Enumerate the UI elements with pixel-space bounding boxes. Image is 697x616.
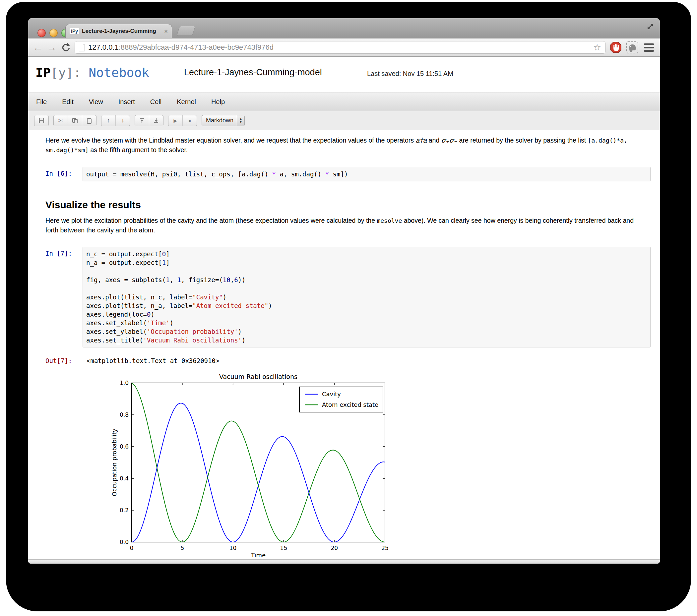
inline-math: a†a: [415, 136, 427, 144]
insert-cell-above-button[interactable]: [135, 115, 149, 126]
y-tick-label: 0.8: [120, 411, 129, 418]
tab-title: Lecture-1-Jaynes-Cumming: [82, 28, 162, 34]
window-bottom-edge: [28, 559, 660, 564]
logo-notebook: Notebook: [89, 65, 149, 80]
output-prompt-7: Out[7]:: [45, 354, 83, 364]
legend-label: Cavity: [322, 391, 341, 397]
address-bar[interactable]: 127.0.0.1 :8889/29abfcaa-d974-4713-a0ee-…: [75, 41, 606, 54]
close-window-button[interactable]: [38, 29, 46, 37]
play-icon: ▶: [174, 118, 177, 123]
x-tick-label: 0: [130, 545, 134, 551]
y-tick-label: 0.6: [120, 443, 129, 450]
move-cell-down-button[interactable]: ↓: [116, 115, 130, 126]
code-cell-6: In [6]: output = mesolve(H, psi0, tlist,…: [45, 167, 651, 181]
x-axis-label: Time: [251, 552, 266, 559]
bookmark-star-icon[interactable]: ☆: [593, 43, 601, 52]
new-tab-button[interactable]: [176, 26, 196, 36]
y-tick-label: 0.4: [120, 475, 129, 482]
code-line: axes.plot(tlist, n_a, label="Atom excite…: [86, 301, 647, 310]
arrow-to-top-icon: [139, 118, 145, 124]
insert-cell-below-button[interactable]: [149, 115, 163, 126]
fullscreen-icon[interactable]: [646, 22, 655, 32]
interrupt-kernel-button[interactable]: ■: [183, 115, 197, 126]
y-tick-label: 0.0: [120, 539, 129, 545]
ipython-logo[interactable]: IP[y]: Notebook: [35, 65, 149, 80]
save-icon: [38, 117, 45, 124]
y-tick-label: 0.2: [120, 507, 129, 513]
back-icon[interactable]: ←: [33, 42, 43, 52]
menu-cell[interactable]: Cell: [150, 98, 162, 106]
code-input-6[interactable]: output = mesolve(H, psi0, tlist, c_ops, …: [83, 167, 651, 181]
paste-cell-button[interactable]: [82, 115, 96, 126]
matplotlib-figure: Vacuum Rabi oscillations05101520250.00.2…: [111, 373, 660, 559]
text-run: Here we plot the excitation probabilitie…: [45, 217, 377, 224]
code-line: axes.legend(loc=0): [86, 310, 647, 319]
code-line: n_a = output.expect[1]: [86, 258, 647, 267]
vacuum-rabi-chart: Vacuum Rabi oscillations05101520250.00.2…: [111, 373, 390, 559]
text-run: and: [427, 137, 441, 144]
legend-box: [299, 387, 383, 412]
menu-insert[interactable]: Insert: [118, 98, 135, 106]
forward-icon[interactable]: →: [47, 42, 57, 52]
chart-title: Vacuum Rabi oscillations: [219, 373, 297, 380]
menu-edit[interactable]: Edit: [62, 98, 73, 106]
y-tick-label: 1.0: [120, 380, 129, 386]
x-tick-label: 10: [229, 545, 237, 551]
last-saved-status: Last saved: Nov 15 11:51 AM: [367, 70, 453, 78]
markdown-paragraph-1: Here we evolve the system with the Lindb…: [45, 136, 648, 155]
browser-navbar: ← → 127.0.0.1 :8889/29abfcaa-d974-4713-a…: [28, 39, 660, 57]
menu-kernel[interactable]: Kernel: [177, 98, 196, 106]
stop-icon: ■: [189, 119, 191, 123]
stop-hand-extension-icon[interactable]: [609, 41, 622, 54]
move-cell-up-button[interactable]: ↑: [102, 115, 116, 126]
ipython-favicon-icon: IPy: [70, 28, 79, 34]
run-cell-button[interactable]: ▶: [168, 115, 183, 126]
evernote-clipper-icon[interactable]: [626, 41, 639, 54]
input-prompt-6: In [6]:: [45, 167, 83, 177]
menu-file[interactable]: File: [36, 98, 47, 106]
browser-window: IPy Lecture-1-Jaynes-Cumming × ← → 127.0…: [28, 18, 660, 564]
cell-type-select[interactable]: Markdown ▲▼: [202, 115, 245, 126]
browser-menu-icon[interactable]: [643, 41, 655, 54]
output-text-7: <matplotlib.text.Text at 0x3620910>: [83, 354, 219, 364]
menu-bar: FileEditViewInsertCellKernelHelp: [28, 93, 660, 111]
x-tick-label: 5: [180, 545, 184, 551]
cut-cell-button[interactable]: ✂: [54, 115, 68, 126]
code-line: output = mesolve(H, psi0, tlist, c_ops, …: [86, 170, 647, 178]
inline-math: σ₊σ₋: [441, 136, 457, 144]
browser-tab[interactable]: IPy Lecture-1-Jaynes-Cumming ×: [65, 24, 172, 38]
minimize-window-button[interactable]: [49, 29, 58, 37]
menu-help[interactable]: Help: [211, 98, 225, 106]
code-line: axes.set_title('Vacuum Rabi oscillations…: [86, 336, 647, 344]
notebook-header: IP[y]: Notebook Lecture-1-Jaynes-Cumming…: [28, 57, 660, 93]
x-tick-label: 20: [330, 545, 338, 551]
input-prompt-7: In [7]:: [45, 247, 83, 257]
code-line: n_c = output.expect[0]: [86, 250, 647, 258]
y-axis-label: Occupation probability: [111, 429, 118, 496]
scissors-icon: ✂: [58, 117, 63, 124]
close-tab-icon[interactable]: ×: [164, 28, 168, 34]
url-path: :8889/29abfcaa-d974-4713-a0ee-bc9e743f97…: [119, 43, 273, 52]
copy-cell-button[interactable]: [68, 115, 82, 126]
reload-icon[interactable]: [61, 42, 71, 53]
section-heading: Visualize the results: [45, 199, 660, 211]
notebook-title[interactable]: Lecture-1-Jaynes-Cumming-model: [184, 67, 322, 78]
save-button[interactable]: [34, 115, 48, 126]
output-cell-7: Out[7]: <matplotlib.text.Text at 0x36209…: [45, 354, 651, 364]
menu-view[interactable]: View: [89, 98, 103, 106]
x-tick-label: 15: [280, 545, 287, 551]
code-line: [86, 284, 647, 293]
arrow-to-bottom-icon: [153, 118, 159, 124]
code-input-7[interactable]: n_c = output.expect[0]n_a = output.expec…: [83, 247, 651, 347]
page-icon: [79, 44, 85, 51]
code-line: axes.plot(tlist, n_c, label="Cavity"): [86, 293, 647, 301]
url-host: 127.0.0.1: [88, 43, 119, 52]
logo-y: [y]:: [51, 65, 81, 80]
logo-ip: IP: [35, 65, 51, 80]
text-run: as the fifth argument to the solver.: [89, 146, 188, 153]
notebook-toolbar: ✂ ↑ ↓: [28, 111, 660, 130]
x-tick-label: 25: [381, 545, 389, 551]
arrow-down-icon: ↓: [121, 117, 124, 124]
text-run: are returned by the solver by passing th…: [457, 137, 588, 144]
arrow-up-icon: ↑: [107, 117, 110, 124]
